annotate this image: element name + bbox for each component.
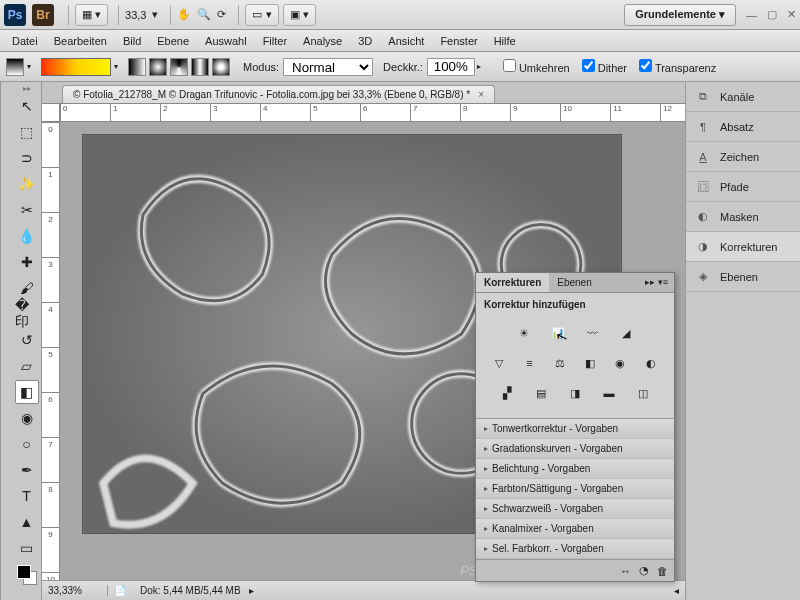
- preset-row[interactable]: Belichtung - Vorgaben: [476, 459, 674, 479]
- ruler-vertical[interactable]: 012345678910: [42, 122, 60, 580]
- healing-tool-icon[interactable]: ✚: [15, 250, 39, 274]
- channel-mixer-icon[interactable]: ◐: [640, 352, 662, 374]
- stamp-tool-icon[interactable]: �印: [15, 302, 39, 326]
- gradient-map-icon[interactable]: ▬: [596, 382, 622, 404]
- eyedropper-tool-icon[interactable]: 💧: [15, 224, 39, 248]
- minimize-icon[interactable]: —: [746, 9, 757, 21]
- trash-icon[interactable]: 🗑: [657, 565, 668, 577]
- view-extras-button[interactable]: ▦ ▾: [75, 4, 108, 26]
- gradient-radial-icon[interactable]: [149, 58, 167, 76]
- zoom-tool-icon[interactable]: 🔍: [197, 8, 211, 21]
- workspace-switcher[interactable]: Grundelemente ▾: [624, 4, 736, 26]
- preset-row[interactable]: Tonwertkorrektur - Vorgaben: [476, 419, 674, 439]
- menu-bearbeiten[interactable]: Bearbeiten: [46, 35, 115, 47]
- path-select-icon[interactable]: ▲: [15, 510, 39, 534]
- selective-color-icon[interactable]: ◫: [630, 382, 656, 404]
- pen-tool-icon[interactable]: ✒: [15, 458, 39, 482]
- gradient-angle-icon[interactable]: [170, 58, 188, 76]
- marquee-tool-icon[interactable]: ⬚: [15, 120, 39, 144]
- preset-row[interactable]: Schwarzweiß - Vorgaben: [476, 499, 674, 519]
- menu-bild[interactable]: Bild: [115, 35, 149, 47]
- gradient-linear-icon[interactable]: [128, 58, 146, 76]
- menu-fenster[interactable]: Fenster: [432, 35, 485, 47]
- ruler-origin[interactable]: [42, 104, 60, 122]
- menu-hilfe[interactable]: Hilfe: [486, 35, 524, 47]
- status-dropdown-icon[interactable]: ▸: [249, 585, 254, 596]
- photoshop-logo-icon[interactable]: Ps: [4, 4, 26, 26]
- invert-icon[interactable]: ▞: [494, 382, 520, 404]
- preset-row[interactable]: Kanalmixer - Vorgaben: [476, 519, 674, 539]
- ruler-horizontal[interactable]: 0123456789101112131415: [60, 104, 685, 122]
- menu-datei[interactable]: Datei: [4, 35, 46, 47]
- panel-flyout-icon[interactable]: ▸▸ ▾≡: [639, 273, 674, 292]
- float-tab-korrekturen[interactable]: Korrekturen: [476, 273, 549, 292]
- brightness-contrast-icon[interactable]: ☀: [511, 322, 537, 344]
- hand-tool-icon[interactable]: ✋: [177, 8, 191, 21]
- blur-tool-icon[interactable]: ◉: [15, 406, 39, 430]
- gradient-diamond-icon[interactable]: [212, 58, 230, 76]
- shape-tool-icon[interactable]: ▭: [15, 536, 39, 560]
- rotate-view-icon[interactable]: ⟳: [217, 8, 226, 21]
- curves-icon[interactable]: 〰: [579, 322, 605, 344]
- expand-view-icon[interactable]: ↔: [620, 565, 631, 577]
- menu-analyse[interactable]: Analyse: [295, 35, 350, 47]
- bridge-logo-icon[interactable]: Br: [32, 4, 54, 26]
- gradient-reflected-icon[interactable]: [191, 58, 209, 76]
- menu-ansicht[interactable]: Ansicht: [380, 35, 432, 47]
- preset-row[interactable]: Sel. Farbkorr. - Vorgaben: [476, 539, 674, 559]
- type-tool-icon[interactable]: T: [15, 484, 39, 508]
- clip-layer-icon[interactable]: ◔: [639, 564, 649, 577]
- lasso-tool-icon[interactable]: ⊃: [15, 146, 39, 170]
- modus-select[interactable]: Normal: [283, 58, 373, 76]
- menu-ebene[interactable]: Ebene: [149, 35, 197, 47]
- document-tab[interactable]: © Fotolia_212788_M © Dragan Trifunovic -…: [62, 85, 495, 103]
- screen-mode-button[interactable]: ▣ ▾: [283, 4, 316, 26]
- transparenz-checkbox[interactable]: Transparenz: [639, 59, 716, 74]
- dither-checkbox[interactable]: Dither: [582, 59, 627, 74]
- photo-filter-icon[interactable]: ◉: [609, 352, 631, 374]
- crop-tool-icon[interactable]: ✂: [15, 198, 39, 222]
- status-doc-size[interactable]: Dok: 5,44 MB/5,44 MB: [132, 585, 249, 596]
- history-brush-icon[interactable]: ↺: [15, 328, 39, 352]
- exposure-icon[interactable]: ◢: [613, 322, 639, 344]
- eraser-tool-icon[interactable]: ▱: [15, 354, 39, 378]
- scroll-left-icon[interactable]: ◂: [674, 585, 679, 596]
- menu-filter[interactable]: Filter: [255, 35, 295, 47]
- panel-zeichen[interactable]: AZeichen: [686, 142, 800, 172]
- dodge-tool-icon[interactable]: ○: [15, 432, 39, 456]
- panel-kanaele[interactable]: ⧉Kanäle: [686, 82, 800, 112]
- left-collapsed-dock[interactable]: [0, 82, 12, 600]
- move-tool-icon[interactable]: ↖: [15, 94, 39, 118]
- levels-icon[interactable]: 📊: [545, 322, 571, 344]
- panel-pfade[interactable]: ⿴Pfade: [686, 172, 800, 202]
- panel-ebenen[interactable]: ◈Ebenen: [686, 262, 800, 292]
- panel-korrekturen[interactable]: ◑Korrekturen: [686, 232, 800, 262]
- preset-row[interactable]: Farbton/Sättigung - Vorgaben: [476, 479, 674, 499]
- float-tab-ebenen[interactable]: Ebenen: [549, 273, 599, 292]
- color-balance-icon[interactable]: ⚖: [549, 352, 571, 374]
- posterize-icon[interactable]: ▤: [528, 382, 554, 404]
- gradient-tool-icon[interactable]: [6, 58, 24, 76]
- panel-masken[interactable]: ◐Masken: [686, 202, 800, 232]
- gradient-tool-icon-selected[interactable]: ◧: [15, 380, 39, 404]
- gradient-preview[interactable]: [41, 58, 111, 76]
- umkehren-checkbox[interactable]: Umkehren: [503, 59, 570, 74]
- preset-row[interactable]: Gradationskurven - Vorgaben: [476, 439, 674, 459]
- panel-absatz[interactable]: ¶Absatz: [686, 112, 800, 142]
- deckkr-input[interactable]: [427, 58, 475, 76]
- arrange-docs-button[interactable]: ▭ ▾: [245, 4, 278, 26]
- close-tab-icon[interactable]: ×: [478, 89, 484, 100]
- menu-auswahl[interactable]: Auswahl: [197, 35, 255, 47]
- zoom-display[interactable]: 33,3: [125, 9, 146, 21]
- wand-tool-icon[interactable]: ✨: [15, 172, 39, 196]
- vibrance-icon[interactable]: ▽: [488, 352, 510, 374]
- hue-saturation-icon[interactable]: ≡: [518, 352, 540, 374]
- status-expand-icon[interactable]: 📄: [114, 585, 126, 596]
- maximize-icon[interactable]: ▢: [767, 8, 777, 21]
- threshold-icon[interactable]: ◨: [562, 382, 588, 404]
- menu-3d[interactable]: 3D: [350, 35, 380, 47]
- status-zoom[interactable]: 33,33%: [48, 585, 108, 596]
- color-swatches[interactable]: [15, 563, 39, 587]
- black-white-icon[interactable]: ◧: [579, 352, 601, 374]
- close-icon[interactable]: ✕: [787, 8, 796, 21]
